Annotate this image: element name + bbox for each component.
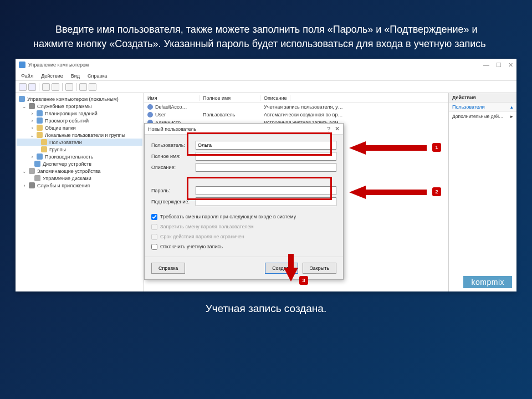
menu-bar: Файл Действие Вид Справка bbox=[16, 71, 516, 81]
close-icon[interactable]: ✕ bbox=[508, 62, 513, 69]
dialog-close-icon[interactable]: ✕ bbox=[335, 125, 340, 132]
badge-1: 1 bbox=[432, 143, 441, 152]
toolbar-btn[interactable] bbox=[65, 83, 73, 91]
create-button[interactable]: Создать bbox=[265, 263, 298, 274]
actions-pane: Действия Пользователи▴ Дополнительные де… bbox=[449, 93, 516, 291]
badge-2: 2 bbox=[432, 187, 441, 196]
dialog-help-icon[interactable]: ? bbox=[327, 126, 330, 132]
toolbar bbox=[16, 81, 516, 93]
chk-disable-account[interactable]: Отключить учетную запись bbox=[151, 242, 336, 251]
user-icon bbox=[147, 112, 153, 117]
tree-users[interactable]: Пользователи bbox=[17, 139, 142, 146]
dialog-title: Новый пользователь bbox=[148, 126, 196, 132]
tree-scheduler[interactable]: ›Планировщик заданий bbox=[17, 110, 142, 117]
svg-marker-0 bbox=[349, 141, 427, 155]
actions-group[interactable]: Пользователи▴ bbox=[449, 103, 516, 112]
back-button[interactable] bbox=[19, 83, 27, 91]
dialog-titlebar: Новый пользователь ? ✕ bbox=[145, 124, 343, 135]
field-confirm: Подтверждение: bbox=[151, 197, 336, 207]
footer-text: Учетная запись создана. bbox=[0, 303, 532, 315]
actions-more[interactable]: Дополнительные дей…▸ bbox=[449, 112, 516, 121]
menu-file[interactable]: Файл bbox=[21, 73, 33, 79]
confirm-input[interactable] bbox=[196, 197, 336, 206]
badge-3: 3 bbox=[299, 276, 308, 285]
toolbar-btn[interactable] bbox=[52, 83, 59, 91]
user-icon bbox=[147, 104, 153, 110]
tree-pane: Управление компьютером (локальным) ⌄Служ… bbox=[16, 93, 144, 291]
window-controls: — ☐ ✕ bbox=[483, 62, 513, 69]
tree-shared[interactable]: ›Общие папки bbox=[17, 124, 142, 131]
forward-button[interactable] bbox=[28, 83, 36, 91]
tree-storage[interactable]: ⌄Запоминающие устройства bbox=[17, 167, 142, 175]
close-button[interactable]: Закрыть bbox=[303, 263, 336, 274]
chk-forbid-change: Запретить смену пароля пользователем bbox=[151, 222, 336, 231]
fullname-input[interactable] bbox=[196, 152, 336, 161]
watermark: kompmix bbox=[463, 276, 512, 288]
menu-view[interactable]: Вид bbox=[71, 73, 80, 79]
tree-devmgr[interactable]: Диспетчер устройств bbox=[17, 160, 142, 167]
list-header: Имя Полное имя Описание bbox=[144, 93, 448, 103]
field-password: Пароль: bbox=[151, 186, 336, 196]
tree-svcapps[interactable]: ›Службы и приложения bbox=[17, 182, 142, 189]
content-pane: Имя Полное имя Описание DefaultAcco…Учет… bbox=[144, 93, 449, 291]
tree-services[interactable]: ⌄Служебные программы bbox=[17, 103, 142, 110]
username-input[interactable] bbox=[196, 141, 336, 150]
red-arrow-1 bbox=[349, 140, 427, 156]
actions-heading: Действия bbox=[449, 93, 516, 103]
col-name[interactable]: Имя bbox=[144, 95, 200, 101]
tree-eventviewer[interactable]: ›Просмотр событий bbox=[17, 117, 142, 124]
toolbar-btn[interactable] bbox=[89, 83, 96, 91]
app-icon bbox=[19, 62, 25, 68]
chk-require-change[interactable]: Требовать смены пароля при следующем вхо… bbox=[151, 212, 336, 221]
col-desc[interactable]: Описание bbox=[260, 95, 290, 101]
list-row[interactable]: DefaultAcco…Учетная запись пользователя,… bbox=[144, 103, 448, 111]
screenshot-window: Управление компьютером — ☐ ✕ Файл Действ… bbox=[16, 59, 516, 291]
tree-groups[interactable]: Группы bbox=[17, 146, 142, 153]
field-description: Описание: bbox=[151, 162, 336, 172]
list-row[interactable]: UserПользовательАвтоматически созданная … bbox=[144, 111, 448, 119]
tree-localusers[interactable]: ⌄Локальные пользователи и группы bbox=[17, 131, 142, 139]
help-button[interactable]: Справка bbox=[151, 263, 185, 274]
field-username: Пользователь: bbox=[151, 140, 336, 150]
window-titlebar: Управление компьютером — ☐ ✕ bbox=[16, 59, 516, 71]
toolbar-btn[interactable] bbox=[42, 83, 50, 91]
tree-diskmgr[interactable]: Управление дисками bbox=[17, 175, 142, 182]
new-user-dialog: Новый пользователь ? ✕ Пользователь: Пол… bbox=[144, 123, 344, 280]
minimize-icon[interactable]: — bbox=[483, 62, 489, 69]
toolbar-btn[interactable] bbox=[79, 83, 87, 91]
col-fullname[interactable]: Полное имя bbox=[200, 95, 260, 101]
menu-help[interactable]: Справка bbox=[88, 73, 107, 79]
description-input[interactable] bbox=[196, 163, 336, 172]
tree-perf[interactable]: ›Производительность bbox=[17, 153, 142, 160]
menu-action[interactable]: Действие bbox=[41, 73, 63, 79]
password-input[interactable] bbox=[196, 186, 336, 195]
red-arrow-2 bbox=[349, 184, 427, 201]
tree-root[interactable]: Управление компьютером (локальным) bbox=[17, 95, 142, 103]
maximize-icon[interactable]: ☐ bbox=[496, 62, 502, 69]
field-fullname: Полное имя: bbox=[151, 151, 336, 161]
chk-never-expire: Срок действия пароля не ограничен bbox=[151, 232, 336, 241]
window-title: Управление компьютером bbox=[28, 62, 89, 68]
instruction-text: Введите имя пользователя, также можете з… bbox=[33, 22, 499, 51]
dialog-buttons: Справка Создать Закрыть bbox=[145, 257, 343, 279]
svg-marker-1 bbox=[349, 186, 427, 199]
